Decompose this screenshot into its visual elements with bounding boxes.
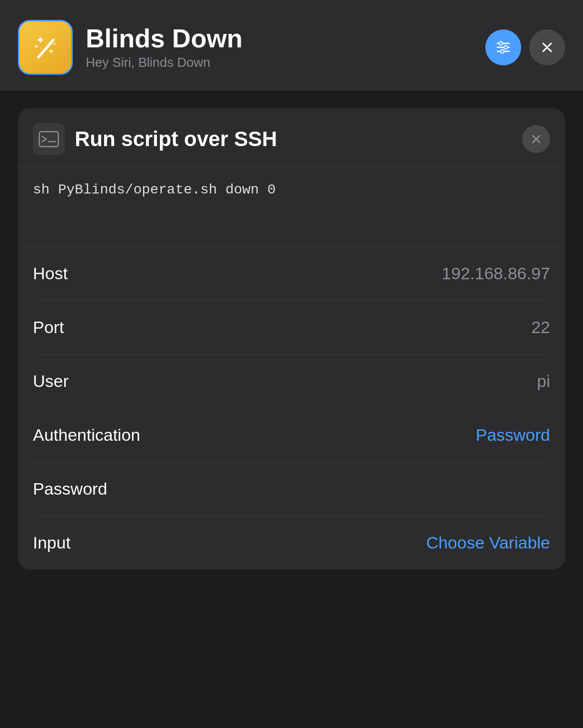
port-label: Port: [33, 318, 64, 337]
script-content: sh PyBlinds/operate.sh down 0: [33, 180, 550, 200]
card-title: Run script over SSH: [75, 127, 522, 151]
port-row[interactable]: Port 22: [33, 301, 550, 355]
host-value: 192.168.86.97: [442, 264, 550, 283]
card-header: Run script over SSH: [18, 108, 565, 155]
choose-variable-button[interactable]: Choose Variable: [426, 533, 550, 552]
header-text-block: Blinds Down Hey Siri, Blinds Down: [86, 24, 485, 70]
header-actions: [485, 29, 565, 65]
input-row[interactable]: Input Choose Variable: [33, 516, 550, 569]
close-header-button[interactable]: [529, 29, 565, 65]
main-content: Run script over SSH sh PyBlinds/operate.…: [0, 90, 583, 587]
ssh-card: Run script over SSH sh PyBlinds/operate.…: [18, 108, 565, 569]
sliders-icon: [494, 38, 512, 56]
svg-point-8: [501, 50, 504, 53]
card-close-icon: [530, 133, 543, 146]
form-rows: Host 192.168.86.97 Port 22 User pi Authe…: [18, 247, 565, 569]
svg-point-6: [499, 42, 503, 45]
terminal-icon: [38, 131, 59, 148]
input-label: Input: [33, 533, 71, 552]
settings-button[interactable]: [485, 29, 521, 65]
password-row[interactable]: Password: [33, 462, 550, 516]
svg-point-7: [504, 46, 508, 49]
svg-point-2: [53, 42, 55, 45]
app-subtitle: Hey Siri, Blinds Down: [86, 55, 485, 70]
app-header: Blinds Down Hey Siri, Blinds Down: [0, 0, 583, 90]
user-value: pi: [537, 371, 550, 391]
script-area[interactable]: sh PyBlinds/operate.sh down 0: [18, 167, 565, 247]
port-value: 22: [531, 318, 550, 337]
host-label: Host: [33, 264, 68, 283]
terminal-icon-container: [33, 123, 65, 155]
app-title: Blinds Down: [86, 24, 485, 53]
user-row[interactable]: User pi: [33, 355, 550, 408]
user-label: User: [33, 371, 69, 391]
authentication-label: Authentication: [33, 425, 141, 445]
password-label: Password: [33, 479, 107, 499]
authentication-value[interactable]: Password: [476, 425, 550, 445]
svg-rect-11: [39, 132, 58, 147]
x-icon: [539, 39, 555, 55]
host-row[interactable]: Host 192.168.86.97: [33, 247, 550, 301]
card-close-button[interactable]: [522, 125, 550, 153]
authentication-row[interactable]: Authentication Password: [33, 408, 550, 462]
svg-point-1: [35, 45, 38, 48]
app-icon: [18, 20, 73, 75]
